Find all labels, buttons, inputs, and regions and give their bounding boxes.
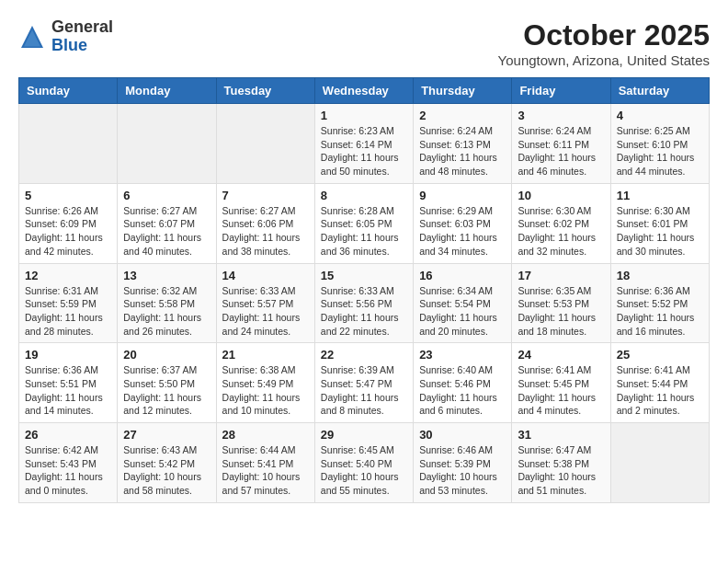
day-number: 7 — [222, 189, 309, 202]
weekday-header: Wednesday — [314, 78, 413, 104]
day-number: 29 — [321, 428, 407, 442]
day-number: 22 — [321, 348, 407, 362]
day-number: 31 — [518, 428, 604, 442]
day-number: 15 — [321, 269, 407, 282]
day-info: Sunrise: 6:26 AM Sunset: 6:09 PM Dayligh… — [25, 204, 111, 259]
weekday-header: Friday — [512, 78, 610, 104]
calendar-cell: 14Sunrise: 6:33 AM Sunset: 5:57 PM Dayli… — [216, 263, 314, 343]
weekday-header: Thursday — [414, 78, 512, 104]
calendar-cell: 2Sunrise: 6:24 AM Sunset: 6:13 PM Daylig… — [414, 104, 512, 184]
day-number: 16 — [419, 269, 506, 282]
calendar-cell: 20Sunrise: 6:37 AM Sunset: 5:50 PM Dayli… — [118, 343, 216, 423]
day-number: 30 — [419, 428, 506, 442]
day-info: Sunrise: 6:45 AM Sunset: 5:40 PM Dayligh… — [321, 443, 407, 498]
day-number: 3 — [518, 109, 604, 122]
day-info: Sunrise: 6:33 AM Sunset: 5:57 PM Dayligh… — [222, 284, 309, 339]
day-info: Sunrise: 6:41 AM Sunset: 5:44 PM Dayligh… — [617, 363, 703, 418]
day-number: 5 — [25, 189, 111, 202]
day-info: Sunrise: 6:24 AM Sunset: 6:13 PM Dayligh… — [419, 124, 506, 178]
calendar-cell — [216, 104, 314, 184]
weekday-header: Monday — [118, 78, 216, 104]
day-number: 10 — [518, 189, 604, 202]
calendar-cell: 15Sunrise: 6:33 AM Sunset: 5:56 PM Dayli… — [314, 263, 413, 343]
day-info: Sunrise: 6:33 AM Sunset: 5:56 PM Dayligh… — [321, 284, 407, 339]
calendar-cell: 7Sunrise: 6:27 AM Sunset: 6:06 PM Daylig… — [216, 183, 314, 263]
calendar-cell: 1Sunrise: 6:23 AM Sunset: 6:14 PM Daylig… — [314, 104, 413, 184]
day-info: Sunrise: 6:29 AM Sunset: 6:03 PM Dayligh… — [419, 204, 506, 259]
calendar-cell: 29Sunrise: 6:45 AM Sunset: 5:40 PM Dayli… — [314, 423, 413, 503]
day-info: Sunrise: 6:38 AM Sunset: 5:49 PM Dayligh… — [222, 363, 309, 418]
day-number: 4 — [617, 109, 703, 122]
calendar-cell: 9Sunrise: 6:29 AM Sunset: 6:03 PM Daylig… — [414, 183, 512, 263]
day-number: 28 — [222, 428, 309, 442]
day-number: 18 — [617, 269, 703, 282]
calendar-cell: 4Sunrise: 6:25 AM Sunset: 6:10 PM Daylig… — [610, 104, 709, 184]
day-number: 2 — [419, 109, 506, 122]
day-number: 9 — [419, 189, 506, 202]
location: Youngtown, Arizona, United States — [498, 52, 710, 68]
calendar-week-row: 1Sunrise: 6:23 AM Sunset: 6:14 PM Daylig… — [19, 104, 710, 184]
day-info: Sunrise: 6:28 AM Sunset: 6:05 PM Dayligh… — [321, 204, 407, 259]
calendar-cell: 31Sunrise: 6:47 AM Sunset: 5:38 PM Dayli… — [512, 423, 610, 503]
month-title: October 2025 — [498, 18, 710, 52]
calendar-cell: 25Sunrise: 6:41 AM Sunset: 5:44 PM Dayli… — [610, 343, 709, 423]
day-info: Sunrise: 6:31 AM Sunset: 5:59 PM Dayligh… — [25, 284, 111, 339]
day-info: Sunrise: 6:39 AM Sunset: 5:47 PM Dayligh… — [321, 363, 407, 418]
day-number: 12 — [25, 269, 111, 282]
day-number: 27 — [123, 428, 210, 442]
calendar-cell: 6Sunrise: 6:27 AM Sunset: 6:07 PM Daylig… — [118, 183, 216, 263]
day-number: 19 — [25, 348, 111, 362]
calendar-cell: 16Sunrise: 6:34 AM Sunset: 5:54 PM Dayli… — [414, 263, 512, 343]
day-info: Sunrise: 6:32 AM Sunset: 5:58 PM Dayligh… — [123, 284, 210, 339]
day-info: Sunrise: 6:41 AM Sunset: 5:45 PM Dayligh… — [518, 363, 604, 418]
calendar-cell: 21Sunrise: 6:38 AM Sunset: 5:49 PM Dayli… — [216, 343, 314, 423]
day-info: Sunrise: 6:35 AM Sunset: 5:53 PM Dayligh… — [518, 284, 604, 339]
calendar-cell: 23Sunrise: 6:40 AM Sunset: 5:46 PM Dayli… — [414, 343, 512, 423]
day-info: Sunrise: 6:24 AM Sunset: 6:11 PM Dayligh… — [518, 124, 604, 178]
calendar-week-row: 26Sunrise: 6:42 AM Sunset: 5:43 PM Dayli… — [19, 423, 710, 503]
day-info: Sunrise: 6:42 AM Sunset: 5:43 PM Dayligh… — [25, 443, 111, 498]
day-number: 17 — [518, 269, 604, 282]
calendar-cell: 19Sunrise: 6:36 AM Sunset: 5:51 PM Dayli… — [19, 343, 118, 423]
calendar-week-row: 19Sunrise: 6:36 AM Sunset: 5:51 PM Dayli… — [19, 343, 710, 423]
day-info: Sunrise: 6:40 AM Sunset: 5:46 PM Dayligh… — [419, 363, 506, 418]
day-info: Sunrise: 6:30 AM Sunset: 6:01 PM Dayligh… — [617, 204, 703, 259]
calendar-cell: 10Sunrise: 6:30 AM Sunset: 6:02 PM Dayli… — [512, 183, 610, 263]
calendar-cell — [610, 423, 709, 503]
day-number: 8 — [321, 189, 407, 202]
day-info: Sunrise: 6:37 AM Sunset: 5:50 PM Dayligh… — [123, 363, 210, 418]
day-number: 21 — [222, 348, 309, 362]
logo-icon — [18, 23, 46, 51]
calendar-table: SundayMondayTuesdayWednesdayThursdayFrid… — [18, 77, 710, 503]
weekday-header: Sunday — [19, 78, 118, 104]
calendar-cell: 3Sunrise: 6:24 AM Sunset: 6:11 PM Daylig… — [512, 104, 610, 184]
calendar-cell — [118, 104, 216, 184]
day-number: 1 — [321, 109, 407, 122]
calendar-cell — [19, 104, 118, 184]
day-info: Sunrise: 6:27 AM Sunset: 6:07 PM Dayligh… — [123, 204, 210, 259]
day-info: Sunrise: 6:25 AM Sunset: 6:10 PM Dayligh… — [617, 124, 703, 178]
calendar-cell: 12Sunrise: 6:31 AM Sunset: 5:59 PM Dayli… — [19, 263, 118, 343]
calendar-cell: 26Sunrise: 6:42 AM Sunset: 5:43 PM Dayli… — [19, 423, 118, 503]
day-info: Sunrise: 6:44 AM Sunset: 5:41 PM Dayligh… — [222, 443, 309, 498]
calendar-cell: 17Sunrise: 6:35 AM Sunset: 5:53 PM Dayli… — [512, 263, 610, 343]
day-info: Sunrise: 6:36 AM Sunset: 5:51 PM Dayligh… — [25, 363, 111, 418]
weekday-header-row: SundayMondayTuesdayWednesdayThursdayFrid… — [19, 78, 710, 104]
title-block: October 2025 Youngtown, Arizona, United … — [498, 18, 710, 68]
weekday-header: Tuesday — [216, 78, 314, 104]
calendar-week-row: 12Sunrise: 6:31 AM Sunset: 5:59 PM Dayli… — [19, 263, 710, 343]
logo-text: General Blue — [51, 18, 113, 55]
calendar-cell: 13Sunrise: 6:32 AM Sunset: 5:58 PM Dayli… — [118, 263, 216, 343]
calendar-cell: 8Sunrise: 6:28 AM Sunset: 6:05 PM Daylig… — [314, 183, 413, 263]
day-number: 25 — [617, 348, 703, 362]
day-info: Sunrise: 6:27 AM Sunset: 6:06 PM Dayligh… — [222, 204, 309, 259]
day-number: 14 — [222, 269, 309, 282]
day-info: Sunrise: 6:43 AM Sunset: 5:42 PM Dayligh… — [123, 443, 210, 498]
day-info: Sunrise: 6:36 AM Sunset: 5:52 PM Dayligh… — [617, 284, 703, 339]
day-number: 20 — [123, 348, 210, 362]
day-info: Sunrise: 6:30 AM Sunset: 6:02 PM Dayligh… — [518, 204, 604, 259]
day-info: Sunrise: 6:23 AM Sunset: 6:14 PM Dayligh… — [321, 124, 407, 178]
day-number: 6 — [123, 189, 210, 202]
calendar-week-row: 5Sunrise: 6:26 AM Sunset: 6:09 PM Daylig… — [19, 183, 710, 263]
day-number: 26 — [25, 428, 111, 442]
